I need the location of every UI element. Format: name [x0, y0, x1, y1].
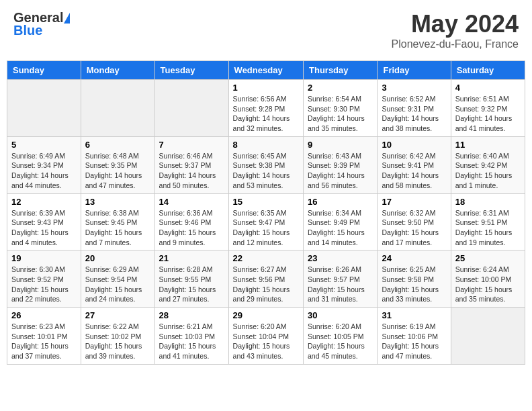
day-number: 22	[233, 253, 299, 263]
calendar-cell: 8Sunrise: 6:45 AMSunset: 9:38 PMDaylight…	[228, 136, 303, 193]
day-number: 15	[233, 197, 299, 207]
day-number: 24	[382, 253, 446, 263]
calendar-cell: 3Sunrise: 6:52 AMSunset: 9:31 PMDaylight…	[378, 80, 451, 137]
calendar-header-sunday: Sunday	[7, 61, 81, 80]
calendar-header-saturday: Saturday	[451, 61, 525, 80]
day-number: 1	[233, 83, 299, 93]
day-number: 5	[11, 140, 77, 150]
day-info: Sunrise: 6:43 AMSunset: 9:39 PMDaylight:…	[308, 151, 373, 191]
day-number: 2	[308, 83, 373, 93]
page-header: General Blue May 2024 Plonevez-du-Faou, …	[7, 7, 525, 54]
calendar-cell: 27Sunrise: 6:22 AMSunset: 10:02 PMDaylig…	[81, 308, 154, 365]
calendar-cell: 24Sunrise: 6:25 AMSunset: 9:58 PMDayligh…	[378, 250, 451, 308]
calendar-cell: 12Sunrise: 6:39 AMSunset: 9:43 PMDayligh…	[7, 193, 81, 250]
calendar-week-row: 26Sunrise: 6:23 AMSunset: 10:01 PMDaylig…	[7, 308, 525, 365]
day-number: 13	[85, 197, 150, 207]
calendar-cell	[81, 80, 154, 137]
title-area: May 2024 Plonevez-du-Faou, France	[392, 10, 519, 50]
calendar-cell: 15Sunrise: 6:35 AMSunset: 9:47 PMDayligh…	[228, 193, 303, 250]
calendar-cell: 21Sunrise: 6:28 AMSunset: 9:55 PMDayligh…	[154, 250, 228, 308]
day-number: 19	[11, 253, 77, 263]
calendar-cell: 22Sunrise: 6:27 AMSunset: 9:56 PMDayligh…	[228, 250, 303, 308]
day-info: Sunrise: 6:30 AMSunset: 9:52 PMDaylight:…	[11, 265, 77, 304]
day-info: Sunrise: 6:28 AMSunset: 9:55 PMDaylight:…	[159, 265, 224, 304]
calendar-header-wednesday: Wednesday	[228, 61, 303, 80]
day-number: 31	[382, 310, 446, 320]
day-info: Sunrise: 6:21 AMSunset: 10:03 PMDaylight…	[159, 322, 224, 361]
day-info: Sunrise: 6:51 AMSunset: 9:32 PMDaylight:…	[455, 94, 521, 134]
calendar-week-row: 1Sunrise: 6:56 AMSunset: 9:28 PMDaylight…	[7, 80, 525, 137]
logo-triangle-icon	[64, 13, 70, 24]
calendar-cell: 18Sunrise: 6:31 AMSunset: 9:51 PMDayligh…	[451, 193, 525, 250]
day-number: 26	[11, 310, 77, 320]
day-info: Sunrise: 6:46 AMSunset: 9:37 PMDaylight:…	[159, 151, 224, 191]
calendar-header-monday: Monday	[81, 61, 154, 80]
day-info: Sunrise: 6:27 AMSunset: 9:56 PMDaylight:…	[233, 265, 299, 304]
calendar-cell: 13Sunrise: 6:38 AMSunset: 9:45 PMDayligh…	[81, 193, 154, 250]
calendar-cell: 25Sunrise: 6:24 AMSunset: 10:00 PMDaylig…	[451, 250, 525, 308]
day-info: Sunrise: 6:31 AMSunset: 9:51 PMDaylight:…	[455, 208, 521, 248]
calendar-cell: 11Sunrise: 6:40 AMSunset: 9:42 PMDayligh…	[451, 136, 525, 193]
day-number: 3	[382, 83, 446, 93]
logo: General Blue	[13, 10, 70, 38]
day-number: 11	[455, 140, 521, 150]
day-number: 9	[308, 140, 373, 150]
calendar-header-friday: Friday	[378, 61, 451, 80]
day-info: Sunrise: 6:48 AMSunset: 9:35 PMDaylight:…	[85, 151, 150, 191]
calendar-cell: 30Sunrise: 6:20 AMSunset: 10:05 PMDaylig…	[304, 308, 378, 365]
day-info: Sunrise: 6:19 AMSunset: 10:06 PMDaylight…	[382, 322, 446, 361]
day-info: Sunrise: 6:36 AMSunset: 9:46 PMDaylight:…	[159, 208, 224, 248]
day-number: 30	[308, 310, 373, 320]
day-number: 27	[85, 310, 150, 320]
logo-blue: Blue	[13, 23, 42, 38]
day-info: Sunrise: 6:25 AMSunset: 9:58 PMDaylight:…	[382, 265, 446, 304]
day-number: 25	[455, 253, 521, 263]
day-info: Sunrise: 6:52 AMSunset: 9:31 PMDaylight:…	[382, 94, 446, 134]
day-info: Sunrise: 6:34 AMSunset: 9:49 PMDaylight:…	[308, 208, 373, 248]
calendar-cell: 28Sunrise: 6:21 AMSunset: 10:03 PMDaylig…	[154, 308, 228, 365]
day-info: Sunrise: 6:39 AMSunset: 9:43 PMDaylight:…	[11, 208, 77, 248]
day-number: 8	[233, 140, 299, 150]
day-info: Sunrise: 6:49 AMSunset: 9:34 PMDaylight:…	[11, 151, 77, 191]
location-title: Plonevez-du-Faou, France	[392, 38, 519, 50]
calendar-week-row: 5Sunrise: 6:49 AMSunset: 9:34 PMDaylight…	[7, 136, 525, 193]
day-info: Sunrise: 6:56 AMSunset: 9:28 PMDaylight:…	[233, 94, 299, 134]
day-number: 6	[85, 140, 150, 150]
day-number: 4	[455, 83, 521, 93]
calendar-cell: 26Sunrise: 6:23 AMSunset: 10:01 PMDaylig…	[7, 308, 81, 365]
day-info: Sunrise: 6:32 AMSunset: 9:50 PMDaylight:…	[382, 208, 446, 248]
day-info: Sunrise: 6:54 AMSunset: 9:30 PMDaylight:…	[308, 94, 373, 134]
calendar-cell	[451, 308, 525, 365]
calendar-header-thursday: Thursday	[304, 61, 378, 80]
day-info: Sunrise: 6:35 AMSunset: 9:47 PMDaylight:…	[233, 208, 299, 248]
day-info: Sunrise: 6:40 AMSunset: 9:42 PMDaylight:…	[455, 151, 521, 191]
calendar-cell: 19Sunrise: 6:30 AMSunset: 9:52 PMDayligh…	[7, 250, 81, 308]
day-number: 10	[382, 140, 446, 150]
calendar-cell	[154, 80, 228, 137]
calendar-cell: 2Sunrise: 6:54 AMSunset: 9:30 PMDaylight…	[304, 80, 378, 137]
calendar-cell: 6Sunrise: 6:48 AMSunset: 9:35 PMDaylight…	[81, 136, 154, 193]
day-info: Sunrise: 6:20 AMSunset: 10:05 PMDaylight…	[308, 322, 373, 361]
day-number: 20	[85, 253, 150, 263]
day-info: Sunrise: 6:20 AMSunset: 10:04 PMDaylight…	[233, 322, 299, 361]
day-number: 16	[308, 197, 373, 207]
day-number: 21	[159, 253, 224, 263]
calendar-cell: 17Sunrise: 6:32 AMSunset: 9:50 PMDayligh…	[378, 193, 451, 250]
calendar-cell: 9Sunrise: 6:43 AMSunset: 9:39 PMDaylight…	[304, 136, 378, 193]
calendar-cell: 4Sunrise: 6:51 AMSunset: 9:32 PMDaylight…	[451, 80, 525, 137]
calendar-week-row: 19Sunrise: 6:30 AMSunset: 9:52 PMDayligh…	[7, 250, 525, 308]
day-number: 23	[308, 253, 373, 263]
day-number: 29	[233, 310, 299, 320]
calendar-cell: 5Sunrise: 6:49 AMSunset: 9:34 PMDaylight…	[7, 136, 81, 193]
day-number: 18	[455, 197, 521, 207]
calendar-cell: 10Sunrise: 6:42 AMSunset: 9:41 PMDayligh…	[378, 136, 451, 193]
day-number: 7	[159, 140, 224, 150]
calendar-cell: 20Sunrise: 6:29 AMSunset: 9:54 PMDayligh…	[81, 250, 154, 308]
calendar-cell: 16Sunrise: 6:34 AMSunset: 9:49 PMDayligh…	[304, 193, 378, 250]
day-info: Sunrise: 6:38 AMSunset: 9:45 PMDaylight:…	[85, 208, 150, 248]
day-info: Sunrise: 6:24 AMSunset: 10:00 PMDaylight…	[455, 265, 521, 304]
calendar-cell: 7Sunrise: 6:46 AMSunset: 9:37 PMDaylight…	[154, 136, 228, 193]
calendar-table: SundayMondayTuesdayWednesdayThursdayFrid…	[7, 60, 525, 365]
day-info: Sunrise: 6:22 AMSunset: 10:02 PMDaylight…	[85, 322, 150, 361]
calendar-cell	[7, 80, 81, 137]
